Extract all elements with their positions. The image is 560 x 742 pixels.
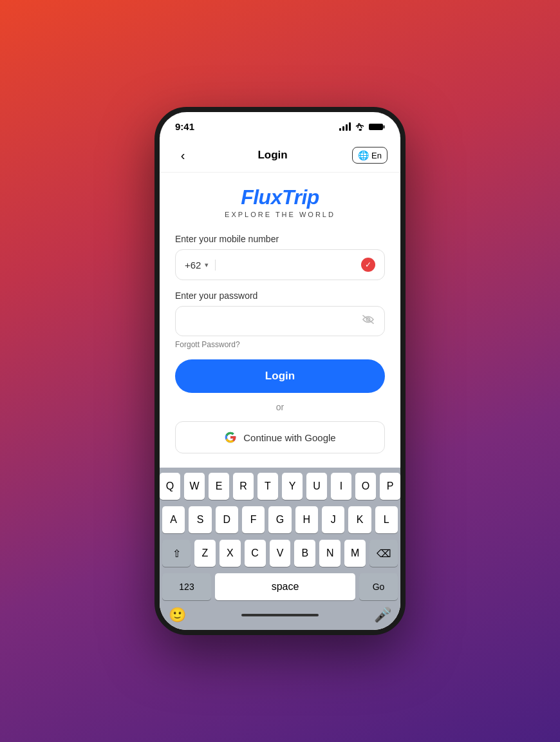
emoji-key[interactable]: 🙂 xyxy=(169,607,186,623)
translate-icon: 🌐 xyxy=(358,150,369,160)
forgot-password-link[interactable]: Forgott Password? xyxy=(175,340,385,349)
key-v[interactable]: V xyxy=(270,540,291,567)
google-button-label: Continue with Google xyxy=(243,432,335,443)
signal-icon xyxy=(339,123,351,131)
key-n[interactable]: N xyxy=(319,540,341,567)
validation-check-icon: ✓ xyxy=(361,258,375,272)
key-b[interactable]: B xyxy=(294,540,315,567)
key-s[interactable]: S xyxy=(189,506,211,533)
or-divider: or xyxy=(175,402,385,412)
key-t[interactable]: T xyxy=(257,473,278,500)
language-label: En xyxy=(371,151,382,160)
login-form: FluxTrip EXPLORE THE WORLD Enter your mo… xyxy=(160,173,400,468)
key-space[interactable]: space xyxy=(215,573,355,600)
key-i[interactable]: I xyxy=(331,473,351,500)
key-delete[interactable]: ⌫ xyxy=(369,540,398,567)
key-l[interactable]: L xyxy=(375,506,398,533)
google-login-button[interactable]: Continue with Google xyxy=(175,421,385,453)
app-content: ‹ Login 🌐 En FluxTrip EXPLORE THE WORLD … xyxy=(160,137,400,630)
home-indicator xyxy=(241,614,319,616)
password-input-container xyxy=(175,306,385,336)
key-o[interactable]: O xyxy=(355,473,376,500)
key-numbers[interactable]: 123 xyxy=(162,573,211,600)
status-time: 9:41 xyxy=(175,121,194,132)
status-icons xyxy=(339,123,385,131)
svg-point-0 xyxy=(359,129,361,131)
app-tagline: EXPLORE THE WORLD xyxy=(175,211,385,218)
logo-section: FluxTrip EXPLORE THE WORLD xyxy=(175,186,385,218)
keyboard-row-2: A S D F G H J K L xyxy=(162,506,398,533)
keyboard-row-4: 123 space Go xyxy=(162,573,398,600)
phone-frame: 9:41 xyxy=(154,107,406,635)
svg-rect-2 xyxy=(384,125,385,128)
wifi-icon xyxy=(355,123,365,131)
password-label: Enter your password xyxy=(175,290,385,301)
key-x[interactable]: X xyxy=(219,540,241,567)
google-icon xyxy=(224,431,237,444)
phone-number-input[interactable] xyxy=(222,260,361,271)
eye-icon[interactable] xyxy=(361,314,375,328)
key-shift[interactable]: ⇧ xyxy=(162,540,191,567)
key-u[interactable]: U xyxy=(306,473,327,500)
status-bar: 9:41 xyxy=(160,112,400,137)
mobile-label: Enter your mobile number xyxy=(175,234,385,244)
back-button[interactable]: ‹ xyxy=(173,145,193,166)
key-h[interactable]: H xyxy=(295,506,318,533)
back-icon: ‹ xyxy=(181,148,185,163)
keyboard: Q W E R T Y U I O P A S D F G H J K xyxy=(160,468,400,630)
svg-rect-1 xyxy=(369,124,383,130)
key-d[interactable]: D xyxy=(216,506,238,533)
key-y[interactable]: Y xyxy=(282,473,303,500)
key-g[interactable]: G xyxy=(268,506,291,533)
app-header: ‹ Login 🌐 En xyxy=(160,137,400,173)
key-j[interactable]: J xyxy=(322,506,344,533)
key-f[interactable]: F xyxy=(242,506,265,533)
keyboard-row-3: ⇧ Z X C V B N M ⌫ xyxy=(162,540,398,567)
language-button[interactable]: 🌐 En xyxy=(352,147,387,164)
country-code-value: +62 xyxy=(185,260,201,271)
country-code-selector[interactable]: +62 ▾ xyxy=(185,260,216,271)
keyboard-bottom-row: 🙂 🎤 xyxy=(162,607,398,627)
key-go[interactable]: Go xyxy=(359,573,398,600)
key-r[interactable]: R xyxy=(233,473,254,500)
key-q[interactable]: Q xyxy=(160,473,180,500)
app-logo: FluxTrip xyxy=(175,186,385,209)
key-k[interactable]: K xyxy=(348,506,371,533)
key-c[interactable]: C xyxy=(245,540,266,567)
key-p[interactable]: P xyxy=(380,473,400,500)
key-w[interactable]: W xyxy=(184,473,205,500)
key-e[interactable]: E xyxy=(209,473,229,500)
password-input[interactable] xyxy=(185,316,361,327)
login-button[interactable]: Login xyxy=(175,359,385,393)
key-m[interactable]: M xyxy=(344,540,366,567)
keyboard-row-1: Q W E R T Y U I O P xyxy=(162,473,398,500)
page-title: Login xyxy=(257,149,287,162)
battery-icon xyxy=(369,123,385,131)
key-z[interactable]: Z xyxy=(194,540,216,567)
mic-key[interactable]: 🎤 xyxy=(374,607,391,623)
key-a[interactable]: A xyxy=(162,506,185,533)
chevron-down-icon: ▾ xyxy=(205,261,209,269)
phone-input-container: +62 ▾ ✓ xyxy=(175,249,385,280)
